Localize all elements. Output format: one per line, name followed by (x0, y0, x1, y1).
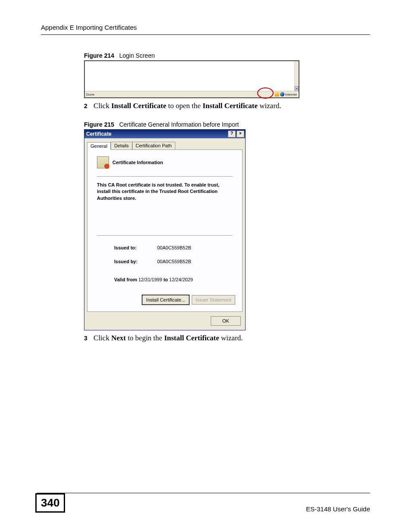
figure-214-title: Login Screen (119, 52, 155, 59)
tab-body-general: Certificate Information This CA Root cer… (87, 149, 243, 312)
figure-214-number: Figure 214 (84, 52, 114, 59)
globe-icon (280, 92, 284, 96)
cert-button-row: Install Certificate... Issuer Statement (93, 295, 237, 306)
step-3-post: wizard. (219, 334, 243, 342)
ok-button[interactable]: OK (211, 316, 241, 326)
status-internet-label: Internet (285, 93, 297, 96)
valid-to-word: to (163, 277, 168, 282)
certificate-dialog: Certificate ? × General Details Certific… (84, 129, 246, 330)
step-2-pre: Click (93, 102, 111, 110)
status-right-group: Internet (275, 92, 298, 96)
step-2-bold2: Install Certificate (202, 102, 258, 110)
issued-by-value: 00A0C559B52B (157, 259, 191, 264)
valid-from-label: Valid from (114, 277, 137, 282)
header-appendix: Appendix E Importing Certificates (41, 24, 370, 31)
issued-by-label: Issued by: (97, 259, 157, 264)
cert-separator-1 (97, 176, 233, 177)
step-3-mid: to begin the (126, 334, 164, 342)
cert-trust-message: This CA Root certificate is not trusted.… (97, 182, 233, 202)
status-done-label: Done (85, 93, 94, 96)
help-button[interactable]: ? (228, 131, 236, 137)
login-screenshot: ▾ Done Internet (84, 60, 299, 98)
step-3-number: 3 (84, 335, 87, 342)
step-2-bold1: Install Certificate (111, 102, 166, 110)
issued-to-row: Issued to: 00A0C559B52B (97, 241, 233, 255)
tab-general[interactable]: General (87, 142, 111, 150)
step-2-mid: to open the (166, 102, 202, 110)
figure-214-caption: Figure 214 Login Screen (84, 52, 370, 59)
figure-215-number: Figure 215 (84, 121, 114, 128)
figure-215-caption: Figure 215 Certificate General Informati… (84, 121, 370, 128)
page-footer: 340 ES-3148 User's Guide (37, 493, 370, 513)
issued-to-value: 00A0C559B52B (157, 245, 191, 250)
step-3: 3 Click Next to begin the Install Certif… (84, 334, 370, 342)
valid-from-date: 12/31/1999 (138, 277, 162, 282)
tab-certification-path[interactable]: Certification Path (132, 142, 175, 149)
dialog-title: Certificate (86, 131, 112, 137)
certificate-icon (97, 156, 109, 168)
issued-by-row: Issued by: 00A0C559B52B (97, 255, 233, 268)
cert-separator-2 (97, 235, 233, 236)
page-number: 340 (35, 493, 65, 513)
dialog-titlebar: Certificate ? × (84, 130, 245, 138)
header-rule (41, 34, 370, 35)
shield-icon (275, 92, 279, 96)
valid-from-row: Valid from 12/31/1999 to 12/24/2029 (114, 277, 233, 282)
figure-215-title: Certificate General Information before I… (119, 121, 239, 128)
step-2-number: 2 (84, 103, 87, 109)
step-3-bold2: Install Certificate (164, 334, 219, 342)
step-2-post: wizard. (258, 102, 281, 110)
step-3-bold1: Next (111, 334, 126, 342)
cert-info-header: Certificate Information (97, 156, 237, 168)
login-scrollbar[interactable]: ▾ (294, 61, 299, 91)
issued-to-label: Issued to: (97, 245, 157, 250)
issuer-statement-button: Issuer Statement (192, 295, 235, 305)
install-certificate-button[interactable]: Install Certificate... (142, 295, 189, 305)
step-2: 2 Click Install Certificate to open the … (84, 102, 370, 110)
footer-guide-title: ES-3148 User's Guide (306, 505, 370, 513)
valid-to-date: 12/24/2029 (169, 277, 193, 282)
step-3-pre: Click (93, 334, 111, 342)
tab-strip: General Details Certification Path (84, 138, 245, 149)
annotation-circle (257, 87, 274, 99)
dialog-ok-row: OK (84, 314, 245, 330)
tab-details[interactable]: Details (111, 142, 132, 149)
close-button[interactable]: × (237, 131, 244, 137)
cert-info-title: Certificate Information (112, 160, 163, 165)
